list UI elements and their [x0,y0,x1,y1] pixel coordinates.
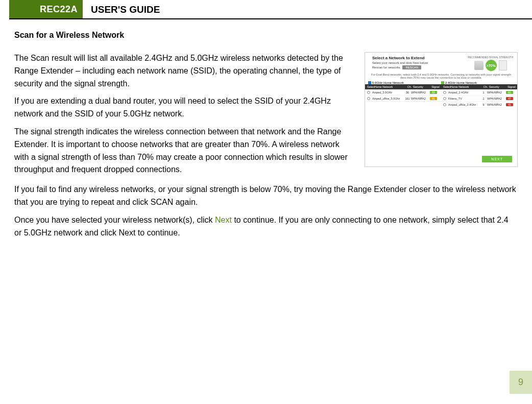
wizard-screenshot: Select a Network to Extend Select your n… [365,52,518,167]
shot-note: For Dual Band networks, select both 2.4 … [365,72,517,80]
page-number: 9 [510,371,532,394]
doc-header: REC22A USER'S GUIDE [9,0,532,19]
rescan-button[interactable]: RESCAN [402,65,421,69]
radio-icon[interactable] [367,97,370,100]
paragraph-5: Once you have selected your wireless net… [14,214,518,240]
shot-sub2: Rescan for networks [372,66,400,69]
shot-title: Select a Network to Extend [372,56,459,60]
table-row[interactable]: Amped_2.4GHz 1 WPA/WPA2 81 [441,89,517,96]
paragraph-4: If you fail to find any wireless network… [14,183,518,209]
col-sec: Security [413,85,430,88]
col-ch: Ch. [482,85,489,88]
shot-reco-block: RECOMMENDED SIGNAL STRENGTH >70% [468,56,513,71]
table-row[interactable]: Amped_office_2.4Ghz 9 WPA/WPA2 41 [441,102,517,108]
next-button[interactable]: NEXT [482,156,512,162]
section-title: Scan for a Wireless Network [14,31,518,40]
col-name: Home Network [374,85,406,88]
table-row[interactable]: Amped_office_5.0Ghz 161 WPA/WPA2 61 [365,96,441,102]
radio-icon[interactable] [367,91,370,94]
radio-icon[interactable] [443,91,446,94]
col-select: Select [365,85,374,88]
col-sig: Signal [506,85,517,88]
shot-sub1: Select your network and click Next below [372,61,459,64]
col-ch: Ch. [406,85,413,88]
table-row[interactable]: Amped_5.0GHz 36 WPA/WPA2 83 [365,89,441,96]
col-name: Home Network [450,85,482,88]
header-model: REC22A [9,0,83,18]
radio-icon[interactable] [443,97,446,100]
extender-icon [499,60,507,70]
table-row[interactable]: Kittens_TV 1 WPA/WPA2 47 [441,96,517,102]
shot-reco-label: RECOMMENDED SIGNAL STRENGTH [468,56,513,59]
router-icon [474,61,483,70]
p5-pre: Once you have selected your wireless net… [14,216,215,224]
col-sec: Security [489,85,506,88]
next-link: Next [215,216,232,224]
shot-sub2-row: Rescan for networks RESCAN [372,65,459,69]
content-area: Scan for a Wireless Network Select a Net… [0,19,532,244]
radio-icon[interactable] [443,103,446,106]
header-title: USER'S GUIDE [83,0,168,18]
signal-pct-badge: >70% [486,60,497,71]
col-select: Select [441,85,450,88]
col-sig: Signal [430,85,441,88]
